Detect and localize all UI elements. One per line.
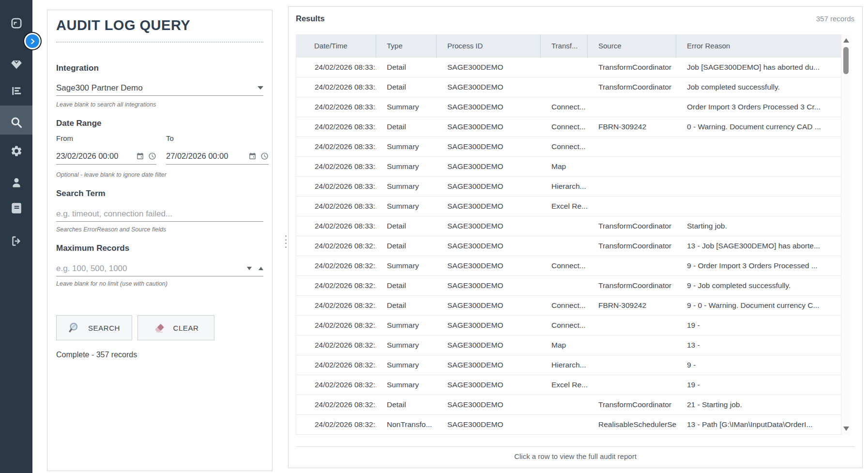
search-button-label: SEARCH <box>88 324 120 332</box>
search-nav-icon[interactable] <box>0 107 32 137</box>
integration-value: Sage300 Partner Demo <box>56 83 258 93</box>
table-cell: Connect... <box>541 321 588 330</box>
table-cell: SAGE300DEMO <box>437 202 541 211</box>
table-row[interactable]: 24/02/2026 08:32:...NonTransfo...SAGE300… <box>296 415 841 435</box>
table-cell: SAGE300DEMO <box>437 83 541 92</box>
max-records-hint: Leave blank for no limit (use with cauti… <box>56 280 168 287</box>
table-cell: Detail <box>376 301 437 310</box>
column-header[interactable]: Source <box>587 34 676 58</box>
scroll-down-icon[interactable] <box>843 427 849 431</box>
table-row[interactable]: 24/02/2026 08:32:...SummarySAGE300DEMOEx… <box>296 375 841 395</box>
scroll-up-icon[interactable] <box>843 38 849 43</box>
settings-gear-icon[interactable] <box>0 137 32 166</box>
table-cell: SAGE300DEMO <box>437 301 541 310</box>
column-header[interactable]: Type <box>376 34 436 58</box>
table-row[interactable]: 24/02/2026 08:33:...SummarySAGE300DEMOEx… <box>296 197 841 216</box>
title-divider <box>56 42 263 43</box>
clear-button-label: CLEAR <box>173 324 198 332</box>
app-root: AUDIT LOG QUERY Integration Sage300 Part… <box>0 0 868 473</box>
table-cell: 19 - <box>676 381 841 389</box>
table-row[interactable]: 24/02/2026 08:32:...SummarySAGE300DEMOMa… <box>296 336 841 355</box>
table-cell: 24/02/2026 08:32:... <box>296 381 376 389</box>
table-cell: 24/02/2026 08:33:... <box>296 122 376 131</box>
table-cell: FBRN-309242 <box>588 122 676 131</box>
user-icon[interactable] <box>0 168 32 197</box>
app-logo-icon[interactable] <box>0 9 32 38</box>
table-cell: 24/02/2026 08:33:... <box>296 103 376 111</box>
table-cell: Summary <box>376 261 437 270</box>
calendar-icon[interactable] <box>248 152 257 160</box>
stepper-down-icon[interactable] <box>247 267 252 270</box>
date-to-input[interactable] <box>166 152 244 161</box>
search-button[interactable]: SEARCH <box>56 315 132 340</box>
table-cell: TransformCoordinator <box>588 242 676 250</box>
column-header[interactable]: Error Reason <box>676 34 841 58</box>
table-cell: 24/02/2026 08:32:... <box>296 400 376 409</box>
panel-splitter-handle[interactable] <box>284 235 288 248</box>
search-term-field <box>56 206 263 222</box>
table-cell: 24/02/2026 08:33:... <box>296 182 376 191</box>
table-cell: Connect... <box>541 122 588 131</box>
table-cell: Summary <box>376 202 437 211</box>
date-from-input[interactable] <box>56 152 132 161</box>
footer-divider <box>296 446 855 447</box>
chart-icon[interactable] <box>0 76 32 106</box>
sidebar-expand-button[interactable] <box>26 34 39 48</box>
table-cell: 24/02/2026 08:32:... <box>296 321 376 330</box>
column-header[interactable]: Transf... <box>540 34 587 58</box>
table-row[interactable]: 24/02/2026 08:33:...SummarySAGE300DEMOHi… <box>296 177 841 197</box>
record-count-badge: 357 records <box>816 15 854 23</box>
calendar-icon[interactable] <box>136 152 144 160</box>
table-row[interactable]: 24/02/2026 08:33:...DetailSAGE300DEMOTra… <box>296 216 841 236</box>
logout-icon[interactable] <box>0 227 32 256</box>
table-row[interactable]: 24/02/2026 08:33:...SummarySAGE300DEMOCo… <box>296 137 841 157</box>
table-cell: 24/02/2026 08:32:... <box>296 301 376 310</box>
table-cell: SAGE300DEMO <box>437 222 541 230</box>
search-term-input[interactable] <box>56 209 263 219</box>
table-row[interactable]: 24/02/2026 08:33:...SummarySAGE300DEMOCo… <box>296 97 841 117</box>
table-cell: Job [SAGE300DEMO] has aborted du... <box>676 63 841 72</box>
table-row[interactable]: 24/02/2026 08:33:...DetailSAGE300DEMOCon… <box>296 117 841 137</box>
table-row[interactable]: 24/02/2026 08:33:...SummarySAGE300DEMOMa… <box>296 157 841 177</box>
table-cell: 0 - Warning. Document currency CAD ... <box>676 122 841 131</box>
table-row[interactable]: 24/02/2026 08:33:...DetailSAGE300DEMOTra… <box>296 58 841 77</box>
clock-icon[interactable] <box>148 152 156 160</box>
table-cell: SAGE300DEMO <box>437 420 541 429</box>
vertical-scrollbar[interactable] <box>841 34 851 435</box>
table-row[interactable]: 24/02/2026 08:32:...DetailSAGE300DEMOTra… <box>296 236 841 256</box>
table-cell: TransformCoordinator <box>588 281 676 290</box>
integration-hint: Leave blank to search all integrations <box>56 101 156 108</box>
table-row[interactable]: 24/02/2026 08:32:...SummarySAGE300DEMOCo… <box>296 316 841 336</box>
table-cell: 9 - 0 - Warning. Document currency C... <box>676 301 841 310</box>
table-row[interactable]: 24/02/2026 08:32:...SummarySAGE300DEMOCo… <box>296 256 841 276</box>
table-cell: Detail <box>376 222 437 230</box>
clear-button[interactable]: CLEAR <box>137 315 214 340</box>
max-records-input[interactable] <box>56 264 247 274</box>
column-header[interactable]: Process ID <box>436 34 540 58</box>
scrollbar-thumb[interactable] <box>843 47 849 74</box>
table-row[interactable]: 24/02/2026 08:32:...DetailSAGE300DEMOTra… <box>296 395 841 415</box>
date-range-label: Date Range <box>56 119 102 128</box>
date-range-hint: Optional - leave blank to ignore date fi… <box>56 171 167 178</box>
gem-icon[interactable] <box>0 50 32 79</box>
table-cell: 24/02/2026 08:32:... <box>296 261 376 270</box>
table-cell: 13 - Job [SAGE300DEMO] has aborte... <box>676 242 841 250</box>
table-cell: 24/02/2026 08:32:... <box>296 341 376 350</box>
table-row[interactable]: 24/02/2026 08:33:...DetailSAGE300DEMOTra… <box>296 77 841 97</box>
eraser-icon <box>153 321 166 335</box>
table-cell: 9 - Order Import 3 Orders Processed ... <box>676 261 841 270</box>
table-cell: Detail <box>376 63 437 72</box>
table-row[interactable]: 24/02/2026 08:32:...DetailSAGE300DEMOTra… <box>296 276 841 296</box>
table-cell: 24/02/2026 08:33:... <box>296 202 376 211</box>
table-cell: Detail <box>376 400 437 409</box>
audit-log-query-panel: AUDIT LOG QUERY Integration Sage300 Part… <box>47 10 273 471</box>
table-cell: Connect... <box>541 301 588 310</box>
column-header[interactable]: Date/Time <box>296 34 376 58</box>
clock-icon[interactable] <box>260 152 269 160</box>
stepper-up-icon[interactable] <box>259 267 263 270</box>
table-row[interactable]: 24/02/2026 08:32:...DetailSAGE300DEMOCon… <box>296 296 841 316</box>
integration-select[interactable]: Sage300 Partner Demo <box>56 80 263 96</box>
book-icon[interactable] <box>0 194 32 223</box>
table-row[interactable]: 24/02/2026 08:32:...SummarySAGE300DEMOHi… <box>296 355 841 375</box>
table-cell: 24/02/2026 08:33:... <box>296 83 376 92</box>
